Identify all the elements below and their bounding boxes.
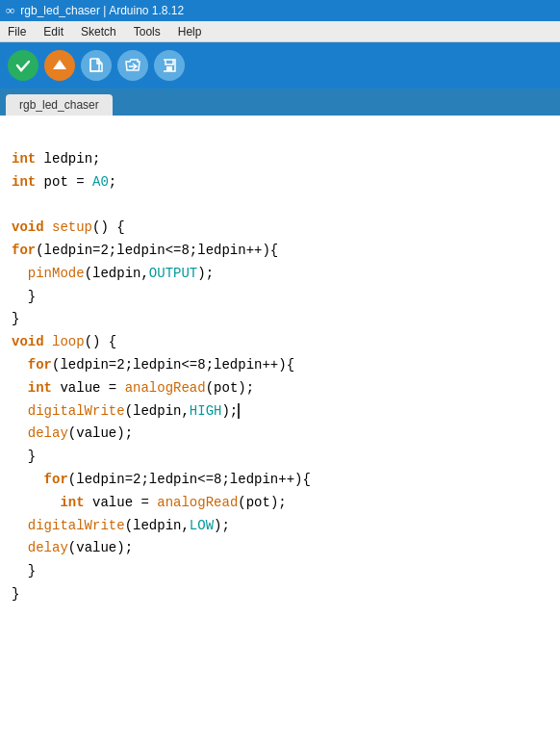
tab-bar: rgb_led_chaser bbox=[0, 89, 560, 116]
verify-button[interactable] bbox=[8, 50, 38, 81]
app-logo: ∞ bbox=[6, 3, 14, 18]
save-button[interactable] bbox=[154, 50, 185, 81]
tab-rgb-led-chaser[interactable]: rgb_led_chaser bbox=[6, 94, 113, 116]
code-editor[interactable]: int ledpin; int pot = A0; void setup() {… bbox=[0, 116, 560, 746]
new-button[interactable] bbox=[81, 50, 112, 81]
svg-marker-0 bbox=[53, 60, 66, 69]
open-button[interactable] bbox=[117, 50, 148, 81]
upload-button[interactable] bbox=[44, 50, 75, 81]
menu-bar: File Edit Sketch Tools Help bbox=[0, 21, 560, 42]
title-bar: ∞ rgb_led_chaser | Arduino 1.8.12 bbox=[0, 0, 560, 21]
title-text: rgb_led_chaser | Arduino 1.8.12 bbox=[20, 4, 184, 17]
menu-edit[interactable]: Edit bbox=[39, 24, 67, 39]
svg-rect-3 bbox=[166, 66, 172, 71]
menu-tools[interactable]: Tools bbox=[130, 24, 165, 39]
toolbar bbox=[0, 42, 560, 89]
menu-file[interactable]: File bbox=[4, 24, 30, 39]
menu-help[interactable]: Help bbox=[174, 24, 206, 39]
menu-sketch[interactable]: Sketch bbox=[77, 24, 120, 39]
